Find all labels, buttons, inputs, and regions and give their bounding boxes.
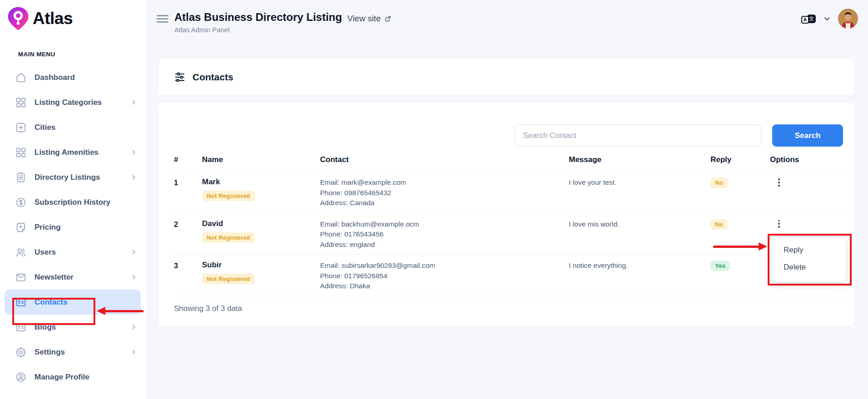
column-header-message: Message [569, 155, 710, 164]
page-subtitle: Atlas Admin Panel [174, 26, 342, 34]
panel-title: Contacts [192, 72, 233, 83]
users-icon [15, 246, 27, 258]
message-cell: I notice everything. [569, 261, 710, 270]
column-header-name: Name [202, 155, 320, 164]
chevron-right-icon [130, 99, 137, 106]
options-cell [770, 177, 843, 188]
sliders-icon [174, 71, 186, 83]
chevron-right-icon [130, 174, 137, 181]
message-cell: I love mis world. [569, 219, 710, 228]
contacts-panel-header: Contacts [158, 59, 854, 95]
sidebar-item-label: Listing Categories [35, 98, 102, 107]
column-header-: # [174, 155, 202, 164]
clipboard-icon [15, 172, 27, 183]
view-site-label: View site [347, 14, 381, 24]
contact-cell: Email: backhum@example.ocmPhone: 0176543… [320, 219, 569, 250]
table-footer-text: Showing 3 of 3 data [174, 296, 843, 313]
reply-badge: No [710, 219, 728, 230]
contact-name: Subir [202, 261, 320, 270]
external-link-icon [384, 15, 392, 23]
status-badge: Not Registered [202, 191, 255, 201]
top-bar: Atlas Business Directory Listing Atlas A… [146, 0, 868, 37]
name-cell: MarkNot Registered [202, 177, 320, 201]
sidebar-item-label: Dashboard [35, 73, 75, 82]
note-plus-icon [15, 222, 27, 233]
map-pin-gradient-icon [7, 6, 29, 31]
hamburger-menu-icon[interactable] [157, 15, 168, 25]
chevron-right-icon [130, 249, 137, 256]
contact-email: Email: subirsarkar90283@gmail.com [320, 261, 569, 271]
mail-icon [15, 271, 27, 283]
sidebar-item-listing-categories[interactable]: Listing Categories [0, 90, 146, 115]
contacts-table-card: Search #NameContactMessageReplyOptions 1… [158, 103, 854, 326]
sidebar-item-users[interactable]: Users [0, 240, 146, 265]
top-right-cluster: A文 [801, 0, 858, 37]
sidebar-item-blogs[interactable]: Blogs [0, 315, 146, 340]
sidebar: Atlas MAIN MENU DashboardListing Categor… [0, 0, 146, 399]
contact-address: Address: Canada [320, 198, 569, 208]
sidebar-item-manage-profile[interactable]: Manage Profile [0, 365, 146, 389]
search-button[interactable]: Search [772, 124, 843, 147]
brand-name: Atlas [33, 9, 73, 28]
sidebar-item-label: Manage Profile [35, 373, 89, 382]
kebab-menu-icon[interactable] [774, 177, 784, 187]
contact-name: Mark [202, 177, 320, 187]
row-number: 1 [174, 177, 202, 187]
view-site-link[interactable]: View site [347, 14, 392, 24]
sidebar-item-label: Listing Amenities [35, 148, 99, 157]
table-row-mark: 1MarkNot RegisteredEmail: mark@example.c… [174, 172, 843, 213]
options-dropdown-menu: ReplyDelete [773, 238, 846, 281]
chevron-down-icon[interactable] [823, 15, 831, 23]
plus-square-icon [15, 122, 27, 133]
brand-logo[interactable]: Atlas [0, 0, 146, 31]
sidebar-item-subscription-history[interactable]: Subscription History [0, 190, 146, 215]
contact-address: Address: Dhaka [320, 281, 569, 291]
sidebar-item-directory-listings[interactable]: Directory Listings [0, 165, 146, 190]
column-header-reply: Reply [710, 155, 770, 164]
sidebar-item-label: Newsletter [35, 273, 74, 282]
card-text-icon [15, 296, 27, 308]
sidebar-item-listing-amenities[interactable]: Listing Amenities [0, 140, 146, 165]
table-body: 1MarkNot RegisteredEmail: mark@example.c… [174, 172, 843, 296]
menu-item-reply[interactable]: Reply [784, 246, 846, 255]
table-row-david: 2DavidNot RegisteredEmail: backhum@examp… [174, 213, 843, 255]
row-number: 3 [174, 261, 202, 270]
contact-email: Email: backhum@example.ocm [320, 219, 569, 230]
chevron-right-icon [130, 324, 137, 330]
column-header-options: Options [770, 155, 843, 164]
sidebar-item-dashboard[interactable]: Dashboard [0, 65, 146, 90]
sidebar-item-pricing[interactable]: Pricing [0, 215, 146, 240]
grid-icon [15, 147, 27, 158]
contact-phone: Phone: 0176543456 [320, 229, 569, 240]
language-translate-icon[interactable]: A文 [801, 14, 816, 24]
contact-cell: Email: mark@example.comPhone: 0987654654… [320, 177, 569, 208]
chevron-right-icon [130, 274, 137, 281]
search-input[interactable] [515, 124, 761, 147]
gear-icon [15, 346, 27, 358]
contact-cell: Email: subirsarkar90283@gmail.comPhone: … [320, 261, 569, 291]
kebab-menu-icon[interactable] [774, 219, 784, 228]
user-avatar[interactable] [838, 9, 858, 29]
menu-item-delete[interactable]: Delete [784, 263, 846, 272]
sidebar-section-label: MAIN MENU [18, 51, 146, 58]
search-row: Search [515, 124, 843, 147]
title-block: Atlas Business Directory Listing Atlas A… [174, 11, 342, 34]
sidebar-item-label: Settings [35, 348, 65, 357]
grid-icon [15, 97, 27, 108]
sidebar-item-label: Contacts [35, 298, 68, 307]
sidebar-item-settings[interactable]: Settings [0, 340, 146, 365]
sidebar-item-contacts[interactable]: Contacts [5, 290, 141, 315]
column-header-contact: Contact [320, 155, 569, 164]
sidebar-item-cities[interactable]: Cities [0, 115, 146, 140]
contact-name: David [202, 219, 320, 228]
contact-phone: Phone: 098765465432 [320, 188, 569, 198]
name-cell: SubirNot Registered [202, 261, 320, 284]
reply-badge: Yes [710, 261, 730, 271]
name-cell: DavidNot Registered [202, 219, 320, 243]
sidebar-item-newsletter[interactable]: Newsletter [0, 265, 146, 290]
status-badge: Not Registered [202, 274, 255, 284]
status-badge: Not Registered [202, 232, 255, 243]
reply-cell: No [710, 177, 770, 188]
sidebar-nav: DashboardListing CategoriesCitiesListing… [0, 65, 146, 389]
page-title: Atlas Business Directory Listing [174, 11, 342, 24]
